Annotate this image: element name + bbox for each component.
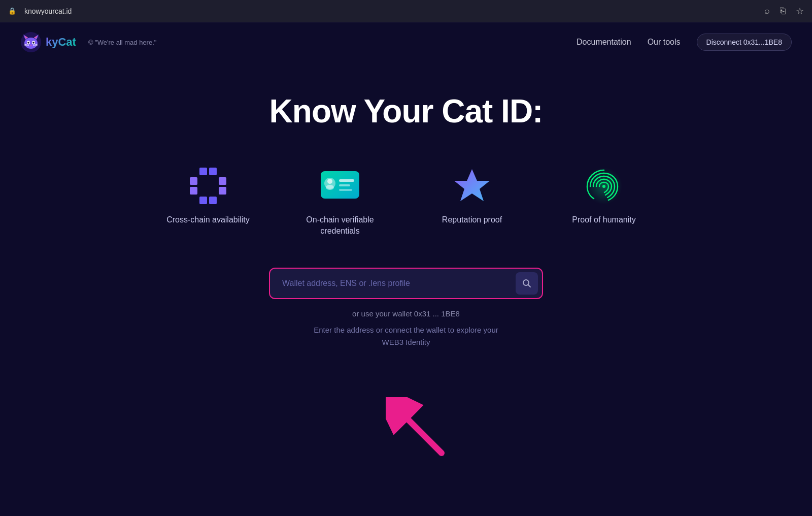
disconnect-button[interactable]: Disconnect 0x31...1BE8: [697, 34, 792, 51]
browser-share-icon[interactable]: ⎗: [780, 6, 786, 17]
search-icon: [522, 278, 532, 288]
onchain-cred-icon: [320, 170, 360, 200]
svg-point-10: [30, 45, 32, 46]
onchain-cred-label: On-chain verifiable credentials: [294, 214, 386, 237]
svg-point-18: [326, 185, 334, 190]
grid-cell: [209, 197, 217, 204]
svg-line-26: [528, 284, 531, 287]
svg-rect-19: [339, 179, 354, 182]
onchain-cred-icon-wrap: [320, 166, 360, 206]
browser-search-icon[interactable]: ⌕: [764, 6, 770, 17]
grid-cell: [219, 177, 226, 185]
grid-cell: [190, 177, 197, 185]
grid-cell: [199, 168, 207, 175]
browser-chrome: 🔒 knowyourcat.id ⌕ ⎗ ☆: [0, 0, 812, 22]
svg-point-17: [327, 179, 332, 184]
svg-rect-21: [339, 189, 352, 191]
hero-title: Know Your Cat ID:: [269, 92, 543, 130]
browser-bookmark-icon[interactable]: ☆: [796, 6, 804, 17]
logo-text: kyCat: [46, 36, 76, 49]
grid-cell: [190, 168, 197, 175]
reputation-icon-wrap: [452, 166, 492, 206]
arrow-container: [386, 397, 452, 465]
features-row: Cross-chain availability: [162, 166, 650, 237]
our-tools-link[interactable]: Our tools: [648, 38, 681, 47]
lock-icon: 🔒: [8, 7, 16, 15]
cross-chain-icon-wrap: [188, 166, 228, 206]
instruction-text: Enter the address or connect the wallet …: [310, 324, 502, 348]
svg-point-8: [27, 42, 29, 44]
wallet-hint: or use your wallet 0x31 ... 1BE8: [352, 309, 460, 318]
grid-cell: [199, 177, 207, 185]
cross-chain-label: Cross-chain availability: [166, 214, 250, 225]
arrow-icon: [386, 397, 452, 463]
grid-cell: [219, 197, 226, 204]
wallet-hint-text: or use your wallet 0x31 ... 1BE8: [352, 309, 460, 318]
grid-cell: [209, 168, 217, 175]
main-content: Know Your Cat ID:: [0, 62, 812, 348]
nav-links: Documentation Our tools Disconnect 0x31.…: [577, 34, 792, 51]
browser-actions: ⌕ ⎗ ☆: [764, 6, 804, 17]
search-button[interactable]: [516, 272, 538, 295]
feature-cross-chain: Cross-chain availability: [162, 166, 254, 225]
grid-cell: [199, 187, 207, 195]
nav-tagline: © "We're all mad here.": [88, 39, 157, 46]
humanity-icon-wrap: [584, 166, 624, 206]
cross-chain-icon: [190, 168, 226, 204]
grid-cell: [209, 177, 217, 185]
grid-cell: [190, 187, 197, 195]
reputation-icon: [452, 167, 492, 205]
feature-reputation: Reputation proof: [426, 166, 518, 225]
navbar: kyCat © "We're all mad here." Documentat…: [0, 22, 812, 62]
site-content: kyCat © "We're all mad here." Documentat…: [0, 22, 812, 516]
feature-onchain-cred: On-chain verifiable credentials: [294, 166, 386, 237]
grid-cell: [219, 168, 226, 175]
svg-point-24: [602, 185, 605, 188]
grid-cell: [219, 187, 226, 195]
svg-point-9: [32, 42, 35, 44]
svg-rect-20: [339, 184, 350, 186]
humanity-label: Proof of humanity: [572, 214, 635, 225]
feature-humanity: Proof of humanity: [558, 166, 650, 225]
humanity-icon: [585, 167, 623, 205]
search-input[interactable]: [269, 268, 543, 299]
documentation-link[interactable]: Documentation: [577, 38, 631, 47]
grid-cell: [199, 197, 207, 204]
logo-area: kyCat © "We're all mad here.": [20, 31, 156, 53]
svg-marker-22: [454, 169, 490, 201]
svg-point-1: [24, 38, 38, 49]
reputation-label: Reputation proof: [442, 214, 502, 225]
grid-cell: [209, 187, 217, 195]
search-container: [269, 268, 543, 299]
grid-cell: [190, 197, 197, 204]
browser-url: knowyourcat.id: [24, 7, 72, 15]
logo-icon: [20, 31, 42, 53]
svg-line-28: [396, 407, 442, 453]
